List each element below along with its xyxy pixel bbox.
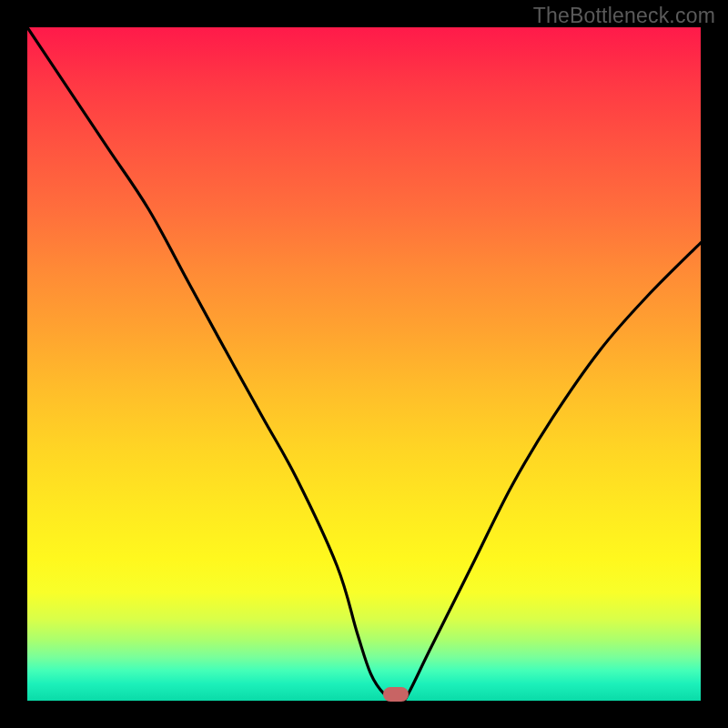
plot-area [27,27,701,701]
bottleneck-curve [27,27,701,701]
optimal-marker [383,687,409,702]
watermark-text: TheBottleneck.com [533,4,715,28]
chart-stage: TheBottleneck.com [0,0,728,728]
